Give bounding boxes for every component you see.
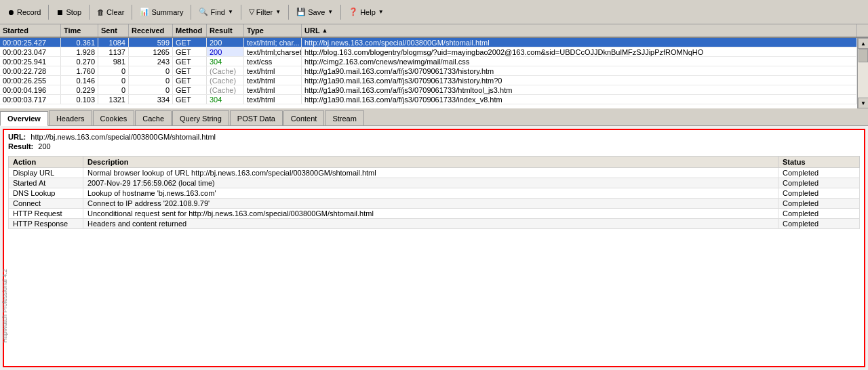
table-row[interactable]: 00:00:22.728 1.760 0 0 GET (Cache) text/…: [0, 66, 857, 76]
table-row[interactable]: 00:00:25.427 0.361 1084 599 GET 200 text…: [0, 38, 857, 47]
cell-result: (Cache): [207, 76, 244, 85]
table-row[interactable]: 00:00:26.255 0.146 0 0 GET (Cache) text/…: [0, 76, 857, 85]
description-col-header: Description: [83, 157, 778, 168]
find-button[interactable]: 🔍 Find ▼: [194, 3, 237, 22]
tab-post-data[interactable]: POST Data: [230, 110, 283, 125]
table-header: Started Time Sent Received Method Result…: [0, 24, 868, 38]
col-url[interactable]: URL ▲: [302, 24, 857, 37]
cell-sent: 981: [98, 57, 129, 66]
scroll-thumb[interactable]: [859, 49, 868, 62]
cell-received: 243: [129, 57, 173, 66]
summary-button[interactable]: 📊 Summary: [135, 3, 188, 22]
status-col-header: Status: [778, 157, 860, 168]
cell-started: 00:00:25.941: [0, 57, 61, 66]
cell-type: text/html: [244, 95, 302, 104]
tab-stream[interactable]: Stream: [325, 110, 363, 125]
clear-icon: 🗑: [97, 8, 104, 16]
description-cell: Normal browser lookup of URL http://bj.n…: [83, 168, 778, 178]
cell-result: 200: [207, 47, 244, 56]
cell-url: http://bj.news.163.com/special/003800GM/…: [302, 38, 857, 47]
col-time[interactable]: Time: [61, 24, 98, 37]
find-icon: 🔍: [199, 7, 208, 16]
tab-cookies[interactable]: Cookies: [93, 110, 135, 125]
detail-result-row: Result: 200: [8, 142, 860, 150]
col-type[interactable]: Type: [244, 24, 302, 37]
save-dropdown-arrow: ▼: [328, 9, 333, 15]
cell-time: 0.229: [61, 85, 98, 94]
cell-url: http://g1a90.mail.163.com/a/f/js3/070906…: [302, 66, 857, 75]
action-cell: DNS Lookup: [9, 188, 83, 199]
cell-received: 0: [129, 85, 173, 94]
cell-received: 1265: [129, 47, 173, 56]
action-row: DNS Lookup Lookup of hostname 'bj.news.1…: [9, 188, 860, 199]
action-row: Display URL Normal browser lookup of URL…: [9, 168, 860, 178]
cell-started: 00:00:23.047: [0, 47, 61, 56]
filter-icon: ▽: [249, 7, 254, 16]
col-result[interactable]: Result: [207, 24, 244, 37]
tab-query-string[interactable]: Query String: [172, 110, 229, 125]
cell-type: text/css: [244, 57, 302, 66]
col-sent[interactable]: Sent: [98, 24, 129, 37]
cell-received: 334: [129, 95, 173, 104]
toolbar: ⏺ Record ⏹ Stop 🗑 Clear 📊 Summary 🔍 Find…: [0, 0, 868, 24]
status-cell: Completed: [778, 209, 860, 219]
find-label: Find: [210, 8, 224, 16]
stop-button[interactable]: ⏹ Stop: [52, 3, 86, 22]
cell-result: (Cache): [207, 66, 244, 75]
separator-4: [191, 5, 191, 20]
table-row[interactable]: 00:00:04.196 0.229 0 0 GET (Cache) text/…: [0, 85, 857, 95]
table-row[interactable]: 00:00:23.047 1.928 1137 1265 GET 200 tex…: [0, 47, 857, 57]
filter-button[interactable]: ▽ Filter ▼: [244, 3, 285, 22]
help-icon: ❓: [349, 7, 358, 16]
scroll-up-btn[interactable]: ▲: [858, 38, 868, 49]
clear-button[interactable]: 🗑 Clear: [92, 3, 129, 22]
cell-method: GET: [173, 47, 207, 56]
tab-bar: OverviewHeadersCookiesCacheQuery StringP…: [0, 108, 868, 126]
cell-sent: 1084: [98, 38, 129, 47]
action-col-header: Action: [9, 157, 83, 168]
record-label: Record: [17, 8, 41, 16]
tab-headers[interactable]: Headers: [49, 110, 92, 125]
action-cell: HTTP Request: [9, 209, 83, 219]
cell-received: 599: [129, 38, 173, 47]
tab-cache[interactable]: Cache: [135, 110, 172, 125]
cell-received: 0: [129, 66, 173, 75]
col-method[interactable]: Method: [173, 24, 207, 37]
description-cell: Lookup of hostname 'bj.news.163.com': [83, 188, 778, 199]
col-received[interactable]: Received: [129, 24, 173, 37]
table-rows: 00:00:25.427 0.361 1084 599 GET 200 text…: [0, 38, 857, 108]
cell-url: http://g1a90.mail.163.com/a/f/js3/070906…: [302, 95, 857, 104]
table-row[interactable]: 00:00:25.941 0.270 981 243 GET 304 text/…: [0, 57, 857, 66]
action-row: HTTP Response Headers and content return…: [9, 219, 860, 229]
tab-content[interactable]: Content: [283, 110, 325, 125]
cell-started: 00:00:25.427: [0, 38, 61, 47]
cell-url: http://g1a90.mail.163.com/a/f/js3/070906…: [302, 76, 857, 85]
cell-time: 0.361: [61, 38, 98, 47]
description-cell: Headers and content returned: [83, 219, 778, 229]
status-cell: Completed: [778, 178, 860, 188]
save-button[interactable]: 💾 Save ▼: [292, 3, 338, 22]
cell-received: 0: [129, 76, 173, 85]
table-scrollbar[interactable]: ▲ ▼: [857, 38, 868, 108]
cell-result: 304: [207, 95, 244, 104]
cell-time: 0.146: [61, 76, 98, 85]
detail-url-row: URL: http://bj.news.163.com/special/0038…: [8, 133, 860, 141]
help-button[interactable]: ❓ Help ▼: [344, 3, 389, 22]
help-label: Help: [360, 8, 376, 16]
col-started[interactable]: Started: [0, 24, 61, 37]
record-button[interactable]: ⏺ Record: [3, 3, 45, 22]
actions-table: Action Description Status Display URL No…: [8, 156, 860, 229]
summary-label: Summary: [151, 8, 183, 16]
save-label: Save: [308, 8, 325, 16]
table-row[interactable]: 00:00:03.717 0.103 1321 334 GET 304 text…: [0, 95, 857, 104]
scroll-down-btn[interactable]: ▼: [858, 98, 868, 108]
action-row: Started At 2007-Nov-29 17:56:59.062 (loc…: [9, 178, 860, 188]
scroll-track[interactable]: [858, 49, 868, 98]
url-sort-arrow: ▲: [322, 27, 328, 34]
table-area: 00:00:25.427 0.361 1084 599 GET 200 text…: [0, 38, 868, 108]
action-cell: Display URL: [9, 168, 83, 178]
tab-overview[interactable]: Overview: [0, 111, 48, 126]
cell-result: (Cache): [207, 85, 244, 94]
help-dropdown-arrow: ▼: [378, 9, 384, 15]
separator-2: [89, 5, 90, 20]
